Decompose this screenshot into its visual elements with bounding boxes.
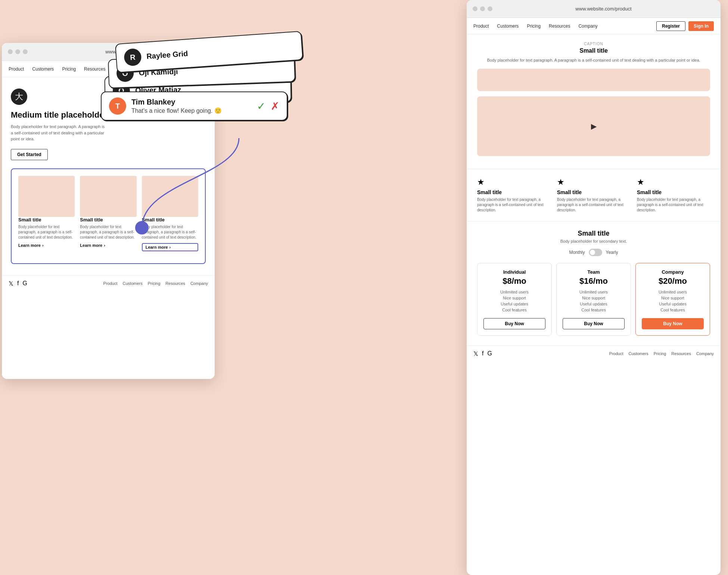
right-nav-pricing[interactable]: Pricing xyxy=(527,24,541,29)
right-footer: 𝕏 f G Product Customers Pricing Resource… xyxy=(467,345,721,362)
notif-content-tim: Tim Blankey That's a nice flow! Keep goi… xyxy=(131,98,222,114)
star-body-3: Body placeholder for text paragraph, a p… xyxy=(637,197,710,213)
card-2-title: Small title xyxy=(80,217,136,223)
right-social-icons: 𝕏 f G xyxy=(473,350,492,357)
pricing-title: Small title xyxy=(477,230,710,237)
card-3-body: Body placeholder for text paragraph, a p… xyxy=(142,224,198,240)
hero-body: Body placeholder for text paragraph. A p… xyxy=(11,124,108,142)
video-large-placeholder: ▶ xyxy=(477,96,710,156)
star-card-2: ★ Small title Body placeholder for text … xyxy=(557,177,630,213)
right-footer-company[interactable]: Company xyxy=(696,351,714,356)
caption-label: CAPTION xyxy=(477,42,710,46)
card-2: Small title Body placeholder for text pa… xyxy=(80,176,136,251)
left-nav-product[interactable]: Product xyxy=(9,66,24,72)
pricing-card-team: Team $16/mo Unlimited users Nice support… xyxy=(556,263,631,336)
team-feature-4: Cool features xyxy=(563,307,625,313)
buy-btn-company[interactable]: Buy Now xyxy=(642,318,704,329)
plan-features-individual: Unlimited users Nice support Useful upda… xyxy=(483,289,545,313)
notif-message-tim: That's a nice flow! Keep going. 🙂 xyxy=(131,107,222,114)
video-placeholder xyxy=(477,69,710,91)
notif-reject-icon[interactable]: ✗ xyxy=(271,100,279,112)
right-twitter-icon[interactable]: 𝕏 xyxy=(473,350,478,357)
right-footer-product[interactable]: Product xyxy=(609,351,623,356)
register-button[interactable]: Register xyxy=(656,21,685,31)
buy-btn-individual[interactable]: Buy Now xyxy=(483,318,545,329)
pricing-section: Small title Body placeholder for seconda… xyxy=(467,221,721,344)
hero-icon: 大 xyxy=(11,88,27,105)
company-feature-1: Unlimited users xyxy=(642,289,704,295)
right-facebook-icon[interactable]: f xyxy=(482,350,483,357)
get-started-button[interactable]: Get Started xyxy=(11,149,48,160)
card-1-title: Small title xyxy=(18,217,75,223)
card-3-learn-more[interactable]: Learn more › xyxy=(142,243,198,251)
play-icon[interactable]: ▶ xyxy=(591,122,597,131)
card-1-thumb xyxy=(18,176,75,217)
footer-pricing[interactable]: Pricing xyxy=(148,281,161,286)
footer-customers[interactable]: Customers xyxy=(123,281,143,286)
notif-name-tim: Tim Blankey xyxy=(131,98,222,106)
star-title-2: Small title xyxy=(557,189,630,195)
notif-avatar-raylee: R xyxy=(124,48,142,66)
right-dot-maximize xyxy=(488,6,492,11)
billing-yearly-label: Yearly xyxy=(606,250,618,255)
right-google-icon[interactable]: G xyxy=(487,350,492,357)
star-body-1: Body placeholder for text paragraph, a p… xyxy=(477,197,550,213)
star-icon-2: ★ xyxy=(557,177,630,187)
footer-resources[interactable]: Resources xyxy=(165,281,185,286)
right-footer-nav: Product Customers Pricing Resources Comp… xyxy=(609,351,714,356)
cards-grid: Small title Body placeholder for text pa… xyxy=(18,176,198,251)
billing-toggle-switch[interactable] xyxy=(589,249,602,256)
right-nav-resources[interactable]: Resources xyxy=(549,24,570,29)
footer-company[interactable]: Company xyxy=(190,281,208,286)
plan-name-individual: Individual xyxy=(483,269,545,275)
right-hero-title: Small title xyxy=(477,47,710,54)
right-hero-body: Body placeholder for text paragraph. A p… xyxy=(477,57,710,63)
facebook-icon[interactable]: f xyxy=(17,280,19,287)
card-3-thumb xyxy=(142,176,198,217)
card-3: Small title Body placeholder for text pa… xyxy=(142,176,198,251)
feature-2: Nice support xyxy=(483,295,545,301)
team-feature-1: Unlimited users xyxy=(563,289,625,295)
left-nav-resources[interactable]: Resources xyxy=(84,66,105,72)
right-window-controls xyxy=(473,6,492,11)
right-nav-customers[interactable]: Customers xyxy=(497,24,519,29)
footer-product[interactable]: Product xyxy=(103,281,118,286)
stars-section: ★ Small title Body placeholder for text … xyxy=(467,169,721,221)
pricing-card-individual: Individual $8/mo Unlimited users Nice su… xyxy=(477,263,552,336)
google-icon[interactable]: G xyxy=(22,280,27,287)
signin-button[interactable]: Sign In xyxy=(688,21,714,31)
right-nav-product[interactable]: Product xyxy=(473,24,489,29)
card-2-learn-more[interactable]: Learn more › xyxy=(80,243,136,248)
left-nav-pricing[interactable]: Pricing xyxy=(62,66,76,72)
plan-price-company: $20/mo xyxy=(642,276,704,286)
right-url-bar[interactable]: www.website.com/product xyxy=(492,6,715,12)
plan-features-company: Unlimited users Nice support Useful upda… xyxy=(642,289,704,313)
card-1: Small title Body placeholder for text pa… xyxy=(18,176,75,251)
star-icon-1: ★ xyxy=(477,177,550,187)
star-icon-3: ★ xyxy=(637,177,710,187)
right-footer-pricing[interactable]: Pricing xyxy=(654,351,666,356)
plan-name-team: Team xyxy=(563,269,625,275)
star-title-1: Small title xyxy=(477,189,550,195)
notif-accept-icon[interactable]: ✓ xyxy=(257,100,265,112)
right-footer-resources[interactable]: Resources xyxy=(671,351,691,356)
feature-1: Unlimited users xyxy=(483,289,545,295)
plan-price-team: $16/mo xyxy=(563,276,625,286)
right-nav-company[interactable]: Company xyxy=(578,24,597,29)
twitter-icon[interactable]: 𝕏 xyxy=(9,280,13,287)
plan-features-team: Unlimited users Nice support Useful upda… xyxy=(563,289,625,313)
feature-3: Useful updates xyxy=(483,301,545,307)
company-feature-4: Cool features xyxy=(642,307,704,313)
right-footer-customers[interactable]: Customers xyxy=(629,351,648,356)
notif-actions-tim: ✓ ✗ xyxy=(257,100,279,112)
card-1-learn-more[interactable]: Learn more › xyxy=(18,243,75,248)
buy-btn-team[interactable]: Buy Now xyxy=(563,318,625,329)
plan-name-company: Company xyxy=(642,269,704,275)
notif-name-raylee: Raylee Grid xyxy=(146,49,189,60)
star-card-1: ★ Small title Body placeholder for text … xyxy=(477,177,550,213)
right-dot-close xyxy=(473,6,477,11)
right-dot-minimize xyxy=(480,6,485,11)
left-footer: 𝕏 f G Product Customers Pricing Resource… xyxy=(2,275,215,292)
team-feature-2: Nice support xyxy=(563,295,625,301)
left-nav-customers[interactable]: Customers xyxy=(32,66,54,72)
